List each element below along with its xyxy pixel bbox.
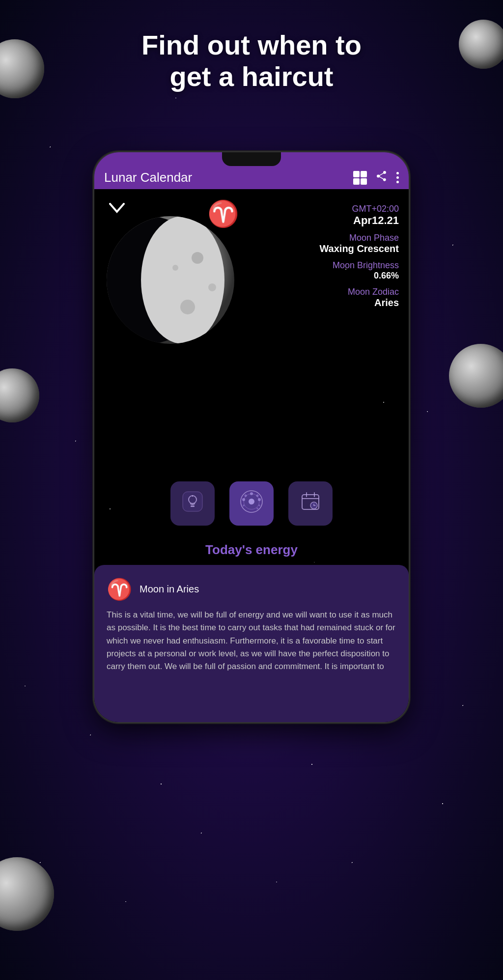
svg-point-22 <box>256 507 258 509</box>
moon-phases-button[interactable] <box>229 481 274 526</box>
timezone-label: GMT+02:00 <box>319 204 399 214</box>
svg-point-5 <box>208 283 216 291</box>
energy-card-header: ♈ Moon in Aries <box>107 577 396 601</box>
app-title: Lunar Calendar <box>104 170 353 185</box>
date-display: Apr12.21 <box>319 214 399 227</box>
svg-point-16 <box>242 498 245 501</box>
action-buttons-row <box>94 481 409 526</box>
energy-section-title: Today's energy <box>94 542 409 558</box>
moon-info-panel: GMT+02:00 Apr12.21 Moon Phase Waxing Cre… <box>319 204 399 308</box>
zodiac-value: Aries <box>319 297 399 308</box>
moon-phases-icon <box>239 489 264 519</box>
svg-point-3 <box>141 216 224 344</box>
phone-content: ♈ <box>94 189 409 722</box>
grid-icon[interactable] <box>353 171 367 185</box>
svg-point-7 <box>172 265 178 271</box>
svg-point-20 <box>258 498 261 501</box>
app-bar-actions <box>353 170 399 185</box>
info-button[interactable] <box>170 481 215 526</box>
svg-point-15 <box>249 499 254 504</box>
phone-frame: Lunar Calendar <box>94 152 409 722</box>
phase-label: Moon Phase <box>319 233 399 243</box>
svg-point-6 <box>180 300 195 314</box>
energy-card-body: This is a vital time, we will be full of… <box>107 609 396 673</box>
svg-point-19 <box>256 494 259 497</box>
phone-notch <box>222 152 281 166</box>
energy-card-subtitle: Moon in Aries <box>140 584 199 595</box>
svg-point-23 <box>243 504 245 506</box>
page-title: Find out when to get a haircut <box>0 29 503 93</box>
chevron-down-icon[interactable] <box>109 201 125 217</box>
svg-point-17 <box>245 494 247 497</box>
calendar-icon <box>300 491 321 517</box>
svg-point-21 <box>258 504 260 506</box>
phone-mockup: Lunar Calendar <box>94 152 409 722</box>
svg-point-18 <box>250 492 253 495</box>
svg-point-4 <box>192 252 203 264</box>
energy-card: ♈ Moon in Aries This is a vital time, we… <box>94 565 409 722</box>
zodiac-aries-symbol: ♈ <box>207 199 239 229</box>
moon-phase-image <box>99 209 242 351</box>
zodiac-label: Moon Zodiac <box>319 287 399 297</box>
brightness-label: Moon Brightness <box>319 260 399 271</box>
more-icon[interactable] <box>396 172 399 184</box>
calendar-button[interactable] <box>288 481 333 526</box>
svg-rect-11 <box>191 505 195 507</box>
aries-symbol-card: ♈ <box>107 577 132 601</box>
svg-rect-9 <box>183 492 202 511</box>
share-icon[interactable] <box>376 170 388 185</box>
phase-value: Waxing Crescent <box>319 243 399 254</box>
lightbulb-icon <box>182 491 203 517</box>
brightness-value: 0.66% <box>319 271 399 281</box>
